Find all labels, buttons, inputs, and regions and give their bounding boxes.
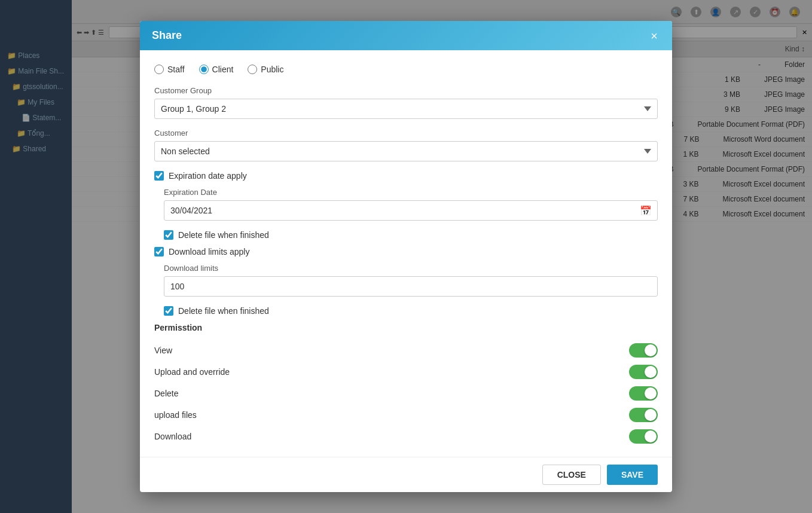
toggle-slider-view [629,343,658,358]
expiration-date-group: Expiration Date 30/04/2021 📅 [164,188,658,221]
radio-public-input[interactable] [248,65,257,74]
radio-staff-input[interactable] [154,65,164,74]
radio-staff[interactable]: Staff [154,65,185,74]
download-limits-input[interactable]: 100 [164,276,658,297]
permission-uploadfiles-label: upload files [154,410,197,420]
radio-client-label: Client [212,65,234,74]
customer-select[interactable]: Non selected [154,141,658,161]
permission-uploadfiles-toggle[interactable] [629,408,658,422]
permission-download-toggle[interactable] [629,429,658,444]
save-button[interactable]: SAVE [607,465,658,485]
permission-view-label: View [154,346,172,355]
permission-row-uploadfiles: upload files [154,404,658,426]
radio-public[interactable]: Public [248,65,283,74]
customer-group-label: Customer Group [154,86,658,95]
modal-close-button[interactable]: × [648,30,660,42]
share-modal: Share × Staff Client Public [140,21,672,492]
toggle-slider-uploadfiles [629,408,658,422]
customer-label: Customer [154,129,658,138]
delete-file-download-row: Delete file when finished [164,306,658,316]
expiration-date-label: Expiration Date [164,188,658,197]
radio-public-label: Public [261,65,283,74]
permission-delete-label: Delete [154,389,178,398]
customer-group-group: Customer Group Group 1, Group 2 [154,86,658,119]
download-limits-group: Download limits 100 [164,264,658,297]
modal-header: Share × [140,21,672,50]
permission-row-upload: Upload and override [154,361,658,383]
radio-client-input[interactable] [199,65,209,74]
customer-group-select[interactable]: Group 1, Group 2 [154,99,658,119]
permission-section: Permisstion View Upload and override [154,323,658,447]
permission-upload-toggle[interactable] [629,365,658,379]
toggle-slider-upload [629,365,658,379]
modal-footer: CLOSE SAVE [140,457,672,492]
permission-view-toggle[interactable] [629,343,658,358]
permission-title: Permisstion [154,323,658,332]
modal-body: Staff Client Public Customer Group Group… [140,50,672,457]
customer-group-field: Customer Non selected [154,129,658,161]
radio-client[interactable]: Client [199,65,234,74]
toggle-slider-delete [629,386,658,401]
modal-title: Share [152,29,182,42]
permission-download-label: Download [154,432,191,441]
expiration-date-section: Expiration Date 30/04/2021 📅 Delete file… [154,188,658,240]
download-limits-apply-row: Download limits apply [154,247,658,256]
permission-row-view: View [154,340,658,361]
download-limits-section: Download limits 100 Delete file when fin… [154,264,658,316]
expiration-date-apply-label[interactable]: Expiration date apply [169,171,247,181]
delete-file-expiry-label[interactable]: Delete file when finished [178,230,269,240]
share-type-group: Staff Client Public [154,65,658,74]
radio-staff-label: Staff [167,65,185,74]
download-limits-apply-checkbox[interactable] [154,247,164,256]
permission-delete-toggle[interactable] [629,386,658,401]
download-limits-apply-label[interactable]: Download limits apply [169,247,249,256]
delete-file-expiry-row: Delete file when finished [164,230,658,240]
delete-file-expiry-checkbox[interactable] [164,230,173,240]
download-limits-label: Download limits [164,264,658,273]
expiration-date-input[interactable]: 30/04/2021 [164,200,658,221]
toggle-slider-download [629,429,658,444]
date-wrapper: 30/04/2021 📅 [164,200,658,221]
delete-file-download-checkbox[interactable] [164,306,173,316]
close-button[interactable]: CLOSE [542,465,601,485]
expiration-date-apply-row: Expiration date apply [154,171,658,181]
permission-row-delete: Delete [154,383,658,404]
permission-row-download: Download [154,426,658,447]
expiration-date-apply-checkbox[interactable] [154,171,164,181]
delete-file-download-label[interactable]: Delete file when finished [178,306,269,316]
modal-overlay: Share × Staff Client Public [0,0,812,513]
permission-upload-label: Upload and override [154,367,230,377]
